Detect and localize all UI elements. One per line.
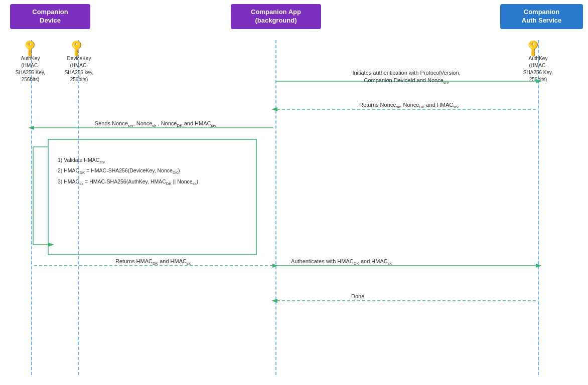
svg-marker-5 <box>28 126 34 130</box>
msg-sends-nonce: Sends Noncesrv, Noncesk , NonceDK and HM… <box>50 120 261 128</box>
lifeline-auth-service <box>538 40 539 375</box>
svg-marker-12 <box>272 264 278 268</box>
authkey-label: AuthKey(HMAC-SHA256 Key,256bits) <box>9 55 52 83</box>
msg-done: Done <box>351 293 364 299</box>
msg-returns-hmac: Returns HMACDK and HMACsk <box>40 258 266 266</box>
sequence-diagram: CompanionDevice Companion App(background… <box>0 0 588 385</box>
svg-marker-14 <box>536 264 542 268</box>
actor-companion-device: CompanionDevice <box>10 4 90 29</box>
lifeline-companion-app <box>275 40 276 375</box>
lifeline-devicekey <box>78 40 79 375</box>
actor-companion-app: Companion App(background) <box>231 4 321 29</box>
actor-auth-service: CompanionAuth Service <box>500 4 583 29</box>
authkey-right-label: AuthKey(HMAC-SHA256 Key,256bits) <box>517 55 559 83</box>
process-content: 1) Validate HMACsrv 2) HMACDK = HMAC-SHA… <box>58 155 198 187</box>
svg-marker-16 <box>271 299 277 303</box>
msg-initiate-auth: Initiates authentication with ProtocolVe… <box>311 69 502 86</box>
svg-marker-10 <box>48 243 54 247</box>
devicekey-label: DeviceKey(HMAC-SHA256 key,256bits) <box>58 55 100 83</box>
msg-returns-nonce: Returns Noncesk, NonceDK and HMACsrv <box>301 102 517 109</box>
msg-authenticates: Authenticates with HMACDK and HMACsk <box>291 258 392 266</box>
lifeline-authkey <box>31 40 32 375</box>
svg-marker-3 <box>271 107 277 111</box>
